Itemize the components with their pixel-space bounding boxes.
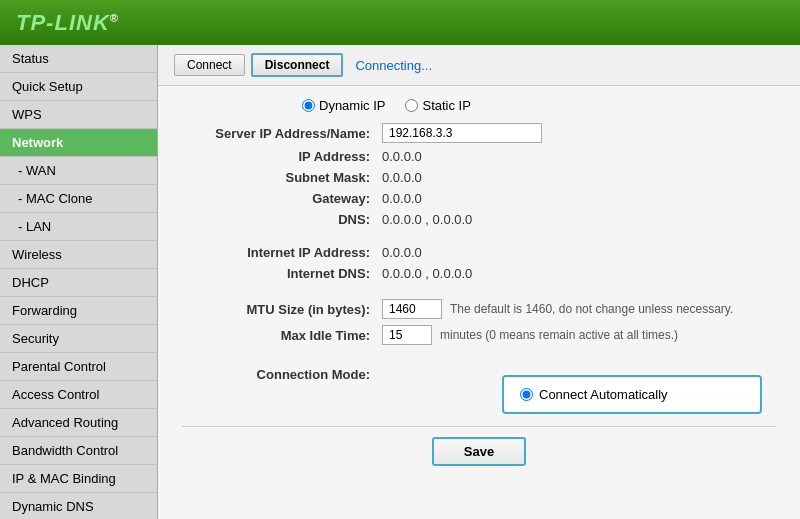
logo-mark: ® <box>110 11 119 23</box>
internet-dns-value: 0.0.0.0 , 0.0.0.0 <box>382 266 472 281</box>
sidebar-item-advanced-routing[interactable]: Advanced Routing <box>0 409 157 437</box>
server-ip-input[interactable] <box>382 123 542 143</box>
sidebar: StatusQuick SetupWPSNetwork- WAN- MAC Cl… <box>0 45 158 519</box>
connect-auto-radio[interactable] <box>520 388 533 401</box>
sidebar-item-quick-setup[interactable]: Quick Setup <box>0 73 157 101</box>
static-ip-radio[interactable] <box>405 99 418 112</box>
connect-auto-option[interactable]: Connect Automatically <box>520 385 744 404</box>
save-button[interactable]: Save <box>432 437 526 466</box>
sidebar-item-network[interactable]: Network <box>0 129 157 157</box>
header: TP-LINK® <box>0 0 800 45</box>
static-ip-label: Static IP <box>422 98 470 113</box>
sidebar-item-dynamic-dns[interactable]: Dynamic DNS <box>0 493 157 519</box>
ip-type-row: Dynamic IP Static IP <box>302 98 776 113</box>
mtu-input[interactable] <box>382 299 442 319</box>
dns-label: DNS: <box>182 212 382 227</box>
logo-text: TP-LINK <box>16 10 110 35</box>
save-section: Save <box>182 426 776 476</box>
sidebar-item-bandwidth-control[interactable]: Bandwidth Control <box>0 437 157 465</box>
sidebar-item-forwarding[interactable]: Forwarding <box>0 297 157 325</box>
sidebar-item-wireless[interactable]: Wireless <box>0 241 157 269</box>
internet-ip-value: 0.0.0.0 <box>382 245 422 260</box>
dns-row: DNS: 0.0.0.0 , 0.0.0.0 <box>182 212 776 227</box>
connection-mode-row: Connection Mode: Connect Automatically <box>182 367 776 414</box>
dynamic-ip-label: Dynamic IP <box>319 98 385 113</box>
connect-auto-label: Connect Automatically <box>539 387 668 402</box>
sidebar-item-wan[interactable]: - WAN <box>0 157 157 185</box>
static-ip-option[interactable]: Static IP <box>405 98 470 113</box>
ip-address-label: IP Address: <box>182 149 382 164</box>
sidebar-item-status[interactable]: Status <box>0 45 157 73</box>
max-idle-input[interactable] <box>382 325 432 345</box>
disconnect-button[interactable]: Disconnect <box>251 53 344 77</box>
sidebar-item-dhcp[interactable]: DHCP <box>0 269 157 297</box>
main-content: Connect Disconnect Connecting... Dynamic… <box>158 45 800 519</box>
mtu-row: MTU Size (in bytes): The default is 1460… <box>182 299 776 319</box>
mtu-hint: The default is 1460, do not change unles… <box>450 302 733 316</box>
logo: TP-LINK® <box>16 10 119 36</box>
subnet-mask-value: 0.0.0.0 <box>382 170 422 185</box>
connect-button[interactable]: Connect <box>174 54 245 76</box>
subnet-mask-label: Subnet Mask: <box>182 170 382 185</box>
internet-dns-row: Internet DNS: 0.0.0.0 , 0.0.0.0 <box>182 266 776 281</box>
subnet-mask-row: Subnet Mask: 0.0.0.0 <box>182 170 776 185</box>
dynamic-ip-radio[interactable] <box>302 99 315 112</box>
sidebar-item-security[interactable]: Security <box>0 325 157 353</box>
connection-mode-label: Connection Mode: <box>182 367 382 382</box>
dns-value: 0.0.0.0 , 0.0.0.0 <box>382 212 472 227</box>
max-idle-label: Max Idle Time: <box>182 328 382 343</box>
sidebar-item-parental-control[interactable]: Parental Control <box>0 353 157 381</box>
ip-address-row: IP Address: 0.0.0.0 <box>182 149 776 164</box>
top-bar: Connect Disconnect Connecting... <box>158 45 800 86</box>
dynamic-ip-option[interactable]: Dynamic IP <box>302 98 385 113</box>
sidebar-item-wps[interactable]: WPS <box>0 101 157 129</box>
server-ip-label: Server IP Address/Name: <box>182 126 382 141</box>
sidebar-item-access-control[interactable]: Access Control <box>0 381 157 409</box>
internet-ip-label: Internet IP Address: <box>182 245 382 260</box>
mtu-label: MTU Size (in bytes): <box>182 302 382 317</box>
sidebar-item-lan[interactable]: - LAN <box>0 213 157 241</box>
connecting-status: Connecting... <box>355 58 432 73</box>
gateway-value: 0.0.0.0 <box>382 191 422 206</box>
ip-address-value: 0.0.0.0 <box>382 149 422 164</box>
internet-dns-label: Internet DNS: <box>182 266 382 281</box>
connection-mode-options: Connect Automatically <box>502 375 762 414</box>
server-ip-row: Server IP Address/Name: <box>182 123 776 143</box>
internet-ip-row: Internet IP Address: 0.0.0.0 <box>182 245 776 260</box>
gateway-row: Gateway: 0.0.0.0 <box>182 191 776 206</box>
form-content: Dynamic IP Static IP Server IP Address/N… <box>158 86 800 488</box>
sidebar-item-ip-mac-binding[interactable]: IP & MAC Binding <box>0 465 157 493</box>
max-idle-hint: minutes (0 means remain active at all ti… <box>440 328 678 342</box>
sidebar-item-mac-clone[interactable]: - MAC Clone <box>0 185 157 213</box>
max-idle-row: Max Idle Time: minutes (0 means remain a… <box>182 325 776 345</box>
gateway-label: Gateway: <box>182 191 382 206</box>
